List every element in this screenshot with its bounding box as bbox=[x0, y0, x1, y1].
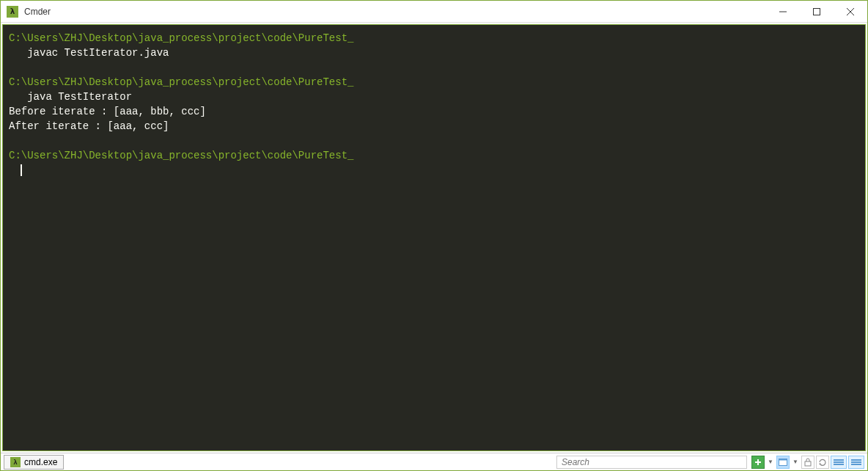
titlebar: λ Cmder bbox=[1, 1, 867, 23]
menu-icon[interactable] bbox=[848, 456, 864, 469]
command-text: java TestIterator bbox=[9, 91, 132, 103]
status-icons: ▼ ▼ bbox=[751, 456, 864, 469]
tab-cmd[interactable]: λ cmd.exe bbox=[4, 455, 64, 470]
panel-icon[interactable] bbox=[831, 456, 847, 469]
close-button[interactable] bbox=[834, 1, 867, 22]
maximize-button[interactable] bbox=[800, 1, 834, 22]
cmder-window: λ Cmder C:\Users\ZHJ\Desktop\java_proces… bbox=[0, 0, 868, 471]
svg-rect-8 bbox=[805, 461, 811, 466]
lock-icon[interactable] bbox=[801, 456, 814, 469]
prompt-path: C:\Users\ZHJ\Desktop\java_process\projec… bbox=[9, 76, 353, 88]
minimize-button[interactable] bbox=[766, 1, 800, 22]
cursor bbox=[21, 164, 22, 176]
svg-rect-1 bbox=[814, 8, 820, 15]
window-controls bbox=[766, 1, 867, 22]
window-title: Cmder bbox=[24, 7, 51, 17]
add-tab-button[interactable] bbox=[751, 456, 765, 469]
statusbar: λ cmd.exe ▼ ▼ bbox=[1, 453, 867, 470]
dropdown-icon[interactable]: ▼ bbox=[766, 456, 775, 469]
tab-icon: λ bbox=[10, 457, 21, 467]
command-text: javac TestIterator.java bbox=[9, 47, 169, 59]
prompt-path: C:\Users\ZHJ\Desktop\java_process\projec… bbox=[9, 32, 353, 44]
search-input[interactable] bbox=[556, 456, 747, 469]
svg-rect-7 bbox=[779, 459, 787, 460]
output-line: Before iterate : [aaa, bbb, ccc] bbox=[9, 106, 206, 117]
dropdown-icon[interactable]: ▼ bbox=[791, 456, 800, 469]
refresh-icon[interactable] bbox=[816, 456, 829, 469]
window-icon[interactable] bbox=[776, 456, 790, 469]
app-icon: λ bbox=[7, 6, 18, 18]
tab-label: cmd.exe bbox=[24, 457, 57, 467]
output-line: After iterate : [aaa, ccc] bbox=[9, 120, 169, 132]
terminal-area[interactable]: C:\Users\ZHJ\Desktop\java_process\projec… bbox=[2, 24, 866, 451]
prompt-path: C:\Users\ZHJ\Desktop\java_process\projec… bbox=[9, 150, 353, 161]
